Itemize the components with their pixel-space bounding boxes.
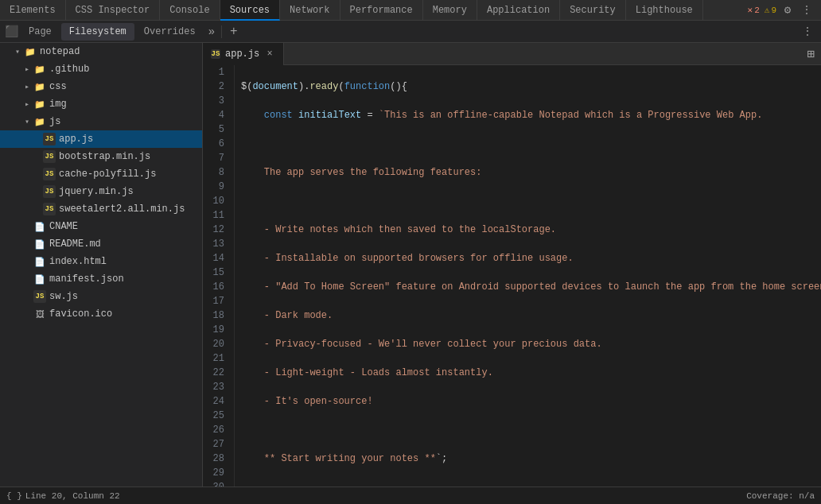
sub-tab-filesystem[interactable]: Filesystem (61, 23, 134, 41)
sidebar: 📁 notepad 📁 .github 📁 css 📁 img 📁 js JS … (0, 43, 203, 487)
line-num-9: 9 (203, 180, 228, 194)
label-bootstrapjs: bootstrap.min.js (59, 151, 150, 162)
tree-item-github[interactable]: 📁 .github (0, 60, 202, 78)
tree-item-manifestjson[interactable]: 📄 manifest.json (0, 270, 202, 288)
line-num-23: 23 (203, 380, 228, 394)
error-icon: ✕ (748, 5, 753, 15)
tree-item-bootstrapjs[interactable]: JS bootstrap.min.js (0, 148, 202, 165)
tab-performance[interactable]: Performance (340, 0, 423, 21)
line-num-5: 5 (203, 122, 228, 137)
tree-item-swjs[interactable]: JS sw.js (0, 288, 202, 305)
status-position: Line 20, Column 22 (25, 491, 120, 501)
status-bar: { } Line 20, Column 22 Coverage: n/a (0, 487, 821, 504)
tab-css-inspector[interactable]: CSS Inspector (66, 0, 161, 21)
chevron-img (22, 99, 32, 109)
line-num-20: 20 (203, 337, 228, 351)
code-line-9: - Dark mode. (241, 308, 821, 323)
tree-item-indexhtml[interactable]: 📄 index.html (0, 253, 202, 270)
tab-network[interactable]: Network (280, 0, 340, 21)
label-sweetalert: sweetalert2.all.min.js (59, 204, 185, 215)
tree-item-favicon[interactable]: 🖼 favicon.ico (0, 305, 202, 323)
line-numbers: 1 2 3 4 5 6 7 8 9 10 11 12 13 14 15 16 1… (203, 65, 235, 487)
tree-item-css[interactable]: 📁 css (0, 78, 202, 95)
code-area: JS app.js × ⊞ 1 2 3 4 5 6 7 8 9 10 11 12… (203, 43, 821, 487)
tree-item-cachepolyfill[interactable]: JS cache-polyfill.js (0, 165, 202, 183)
label-appjs: app.js (59, 134, 93, 145)
line-num-25: 25 (203, 409, 228, 423)
tree-item-jquery[interactable]: JS jquery.min.js (0, 183, 202, 200)
js-file-icon-cachepolyfill: JS (43, 168, 56, 180)
folder-icon-js: 📁 (33, 115, 46, 128)
line-num-4: 4 (203, 108, 228, 122)
code-line-4: The app serves the following features: (241, 165, 821, 180)
label-css: css (49, 81, 67, 92)
status-left: { } Line 20, Column 22 (6, 491, 120, 501)
line-num-3: 3 (203, 94, 228, 108)
sub-tab-menu-icon[interactable]: ⋮ (797, 25, 818, 38)
tab-sources[interactable]: Sources (220, 0, 280, 21)
tree-item-js[interactable]: 📁 js (0, 113, 202, 130)
label-img: img (49, 99, 67, 110)
label-github: .github (49, 64, 89, 75)
tree-item-appjs[interactable]: JS app.js (0, 130, 202, 148)
line-num-12: 12 (203, 223, 228, 237)
sub-tab-bar: ⬛ Page Filesystem Overrides » + ⋮ (0, 21, 821, 43)
js-tab-file-icon: JS (211, 49, 220, 59)
line-num-6: 6 (203, 137, 228, 151)
line-num-21: 21 (203, 351, 228, 366)
file-tabs: JS app.js × ⊞ (203, 43, 821, 65)
js-file-icon-sweetalert: JS (43, 203, 56, 215)
file-tab-label: app.js (225, 48, 259, 60)
tab-security[interactable]: Security (560, 0, 626, 21)
tab-lighthouse[interactable]: Lighthouse (626, 0, 703, 21)
sub-tab-page[interactable]: Page (21, 23, 60, 41)
line-num-27: 27 (203, 437, 228, 452)
tree-item-sweetalert[interactable]: JS sweetalert2.all.min.js (0, 200, 202, 218)
tab-memory[interactable]: Memory (423, 0, 477, 21)
label-js: js (49, 116, 60, 127)
line-num-18: 18 (203, 308, 228, 323)
folder-icon-notepad: 📁 (24, 45, 37, 58)
line-num-26: 26 (203, 423, 228, 437)
tree-item-notepad[interactable]: 📁 notepad (0, 43, 202, 60)
file-icon-indexhtml: 📄 (33, 255, 46, 268)
status-brackets-icon: { } (6, 491, 22, 501)
js-file-icon-jquery: JS (43, 185, 56, 198)
warning-count: 9 (771, 6, 776, 15)
tab-bar-icons: ✕ 2 ⚠ 9 ⚙ ⋮ (748, 2, 821, 18)
tab-console[interactable]: Console (160, 0, 220, 21)
code-line-13 (241, 423, 821, 437)
chevron-css (22, 82, 32, 91)
code-editor[interactable]: 1 2 3 4 5 6 7 8 9 10 11 12 13 14 15 16 1… (203, 65, 821, 487)
expand-code-icon[interactable]: ⊞ (807, 46, 821, 62)
chevron-js (22, 117, 32, 126)
line-num-15: 15 (203, 266, 228, 280)
line-num-28: 28 (203, 452, 228, 466)
tree-item-readme[interactable]: 📄 README.md (0, 235, 202, 253)
code-line-7: - Installable on supported browsers for … (241, 251, 821, 266)
settings-icon[interactable]: ⚙ (780, 2, 796, 18)
tab-elements[interactable]: Elements (0, 0, 66, 21)
add-folder-button[interactable]: + (225, 25, 243, 39)
line-num-16: 16 (203, 280, 228, 294)
tree-item-img[interactable]: 📁 img (0, 95, 202, 113)
file-icon-manifestjson: 📄 (33, 273, 46, 285)
line-num-7: 7 (203, 151, 228, 165)
js-file-icon-appjs: JS (43, 133, 56, 145)
sub-tab-overrides[interactable]: Overrides (136, 23, 204, 41)
toggle-sidebar-icon[interactable]: ⬛ (3, 24, 19, 40)
folder-icon-github: 📁 (33, 63, 46, 76)
tree-item-cname[interactable]: 📄 CNAME (0, 218, 202, 235)
label-favicon: favicon.ico (49, 308, 112, 320)
file-tab-appjs[interactable]: JS app.js × (203, 43, 284, 65)
close-file-tab-icon[interactable]: × (264, 48, 275, 60)
code-line-5 (241, 194, 821, 208)
chevron-github (22, 64, 32, 74)
file-icon-readme: 📄 (33, 238, 46, 250)
code-content: $(document).ready(function(){ const init… (235, 65, 821, 487)
more-tabs-icon[interactable]: » (205, 25, 218, 38)
more-icon[interactable]: ⋮ (799, 2, 815, 18)
line-num-13: 13 (203, 237, 228, 251)
tab-application[interactable]: Application (477, 0, 560, 21)
code-line-1: $(document).ready(function(){ (241, 79, 821, 94)
